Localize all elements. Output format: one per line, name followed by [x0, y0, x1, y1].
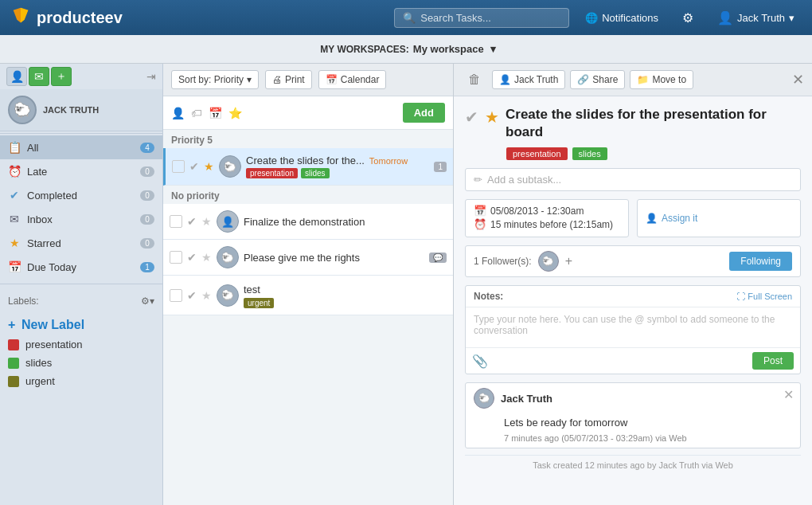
- workspace-prefix: MY WORKSPACES:: [320, 44, 409, 55]
- detail-panel: 🗑 👤 Jack Truth 🔗 Share 📁 Move to ✕ ✔ ★ C…: [454, 64, 812, 505]
- task-item[interactable]: ✔ ★ 🐑 Create the slides for the... Tomor…: [163, 148, 453, 186]
- label-presentation[interactable]: presentation: [0, 335, 162, 354]
- main-layout: 👤 ✉ ＋ ⇥ 🐑 JACK TRUTH 📋 All 4 ⏰ Late 0 ✔ …: [0, 64, 812, 505]
- settings-button[interactable]: ⚙: [674, 7, 701, 29]
- delete-button[interactable]: 🗑: [462, 69, 487, 90]
- add-task-button[interactable]: Add: [403, 103, 445, 123]
- assign-button[interactable]: 👤 Assign it: [637, 199, 801, 237]
- task-complete-icon[interactable]: ✔: [187, 289, 197, 302]
- assign-person-icon[interactable]: 👤: [171, 107, 185, 119]
- completed-badge: 0: [140, 190, 154, 201]
- move-icon: 📁: [637, 74, 649, 85]
- fullscreen-button[interactable]: ⛶ Full Screen: [736, 292, 792, 301]
- task-checkbox[interactable]: [170, 289, 182, 302]
- task-complete-icon[interactable]: ✔: [189, 160, 199, 173]
- attach-icon[interactable]: 📎: [472, 354, 488, 369]
- sort-button[interactable]: Sort by: Priority ▾: [171, 70, 259, 89]
- sidebar-item-starred[interactable]: ★ Starred 0: [0, 231, 162, 255]
- share-button[interactable]: 🔗 Share: [570, 70, 625, 89]
- late-badge: 0: [140, 166, 154, 177]
- priority-section-label: Priority 5: [163, 130, 453, 148]
- assign-icon: 👤: [646, 213, 658, 224]
- logo-icon: [10, 6, 32, 29]
- followers-label: 1 Follower(s):: [474, 256, 532, 267]
- search-placeholder: Search Tasks...: [420, 12, 491, 24]
- task-info: Please give me the rights: [244, 250, 424, 264]
- add-task-icons: 👤 🏷 📅 ⭐: [171, 107, 242, 119]
- sort-dropdown-icon: ▾: [247, 74, 252, 85]
- notifications-button[interactable]: 🌐 Notifications: [577, 9, 666, 27]
- task-info: Finalize the demonstration: [244, 214, 447, 229]
- task-tags: presentation slides: [246, 168, 429, 178]
- assignee-button[interactable]: 👤 Jack Truth: [492, 70, 565, 89]
- task-toolbar: Sort by: Priority ▾ 🖨 Print 📅 Calendar: [163, 64, 453, 96]
- detail-tag-presentation: presentation: [506, 147, 568, 160]
- fullscreen-icon: ⛶: [736, 292, 745, 301]
- notes-input: Type your note here. You can use the @ s…: [466, 307, 800, 347]
- task-star-icon[interactable]: ★: [201, 289, 212, 302]
- move-to-button[interactable]: 📁 Move to: [630, 70, 693, 89]
- app-name: producteev: [37, 9, 123, 27]
- sidebar-item-all[interactable]: 📋 All 4: [0, 135, 162, 159]
- workspace-selector[interactable]: My workspace ▾: [409, 43, 496, 55]
- label-slides[interactable]: slides: [0, 354, 162, 372]
- task-checkbox[interactable]: [172, 160, 185, 173]
- task-star-icon[interactable]: ★: [204, 160, 214, 173]
- datetime-value: 05/08/2013 - 12:30am: [490, 206, 584, 217]
- sidebar-item-late[interactable]: ⏰ Late 0: [0, 159, 162, 183]
- task-complete-check[interactable]: ✔: [465, 108, 478, 127]
- post-button[interactable]: Post: [752, 352, 794, 370]
- labels-settings-icon[interactable]: ⚙▾: [141, 296, 154, 307]
- sidebar-icon-email[interactable]: ✉: [29, 67, 49, 86]
- task-star-icon[interactable]: ★: [201, 251, 212, 264]
- note-text-input[interactable]: [494, 355, 746, 366]
- workspace-bar: MY WORKSPACES: My workspace ▾: [0, 35, 812, 64]
- sidebar-item-due-today[interactable]: 📅 Due Today 1: [0, 255, 162, 279]
- label-urgent[interactable]: urgent: [0, 372, 162, 390]
- user-avatar-icon: 👤: [717, 10, 733, 25]
- task-complete-icon[interactable]: ✔: [187, 251, 197, 264]
- task-star-icon[interactable]: ★: [201, 215, 212, 228]
- tag-icon[interactable]: 🏷: [191, 107, 202, 119]
- sidebar-item-inbox[interactable]: ✉ Inbox 0: [0, 207, 162, 231]
- user-menu-button[interactable]: 👤 Jack Truth ▾: [709, 7, 802, 29]
- starred-badge: 0: [140, 238, 154, 249]
- task-main-title: Create the slides for the presentation f…: [506, 106, 801, 141]
- sidebar-collapse-icon[interactable]: ⇥: [146, 70, 156, 83]
- sidebar-icon-person[interactable]: 👤: [6, 67, 27, 86]
- task-labels-row: presentation slides: [506, 147, 801, 160]
- priority-icon[interactable]: ⭐: [228, 107, 242, 119]
- due-today-icon: 📅: [8, 260, 21, 273]
- task-item[interactable]: ✔ ★ 🐑 test urgent: [163, 276, 453, 315]
- alarm-icon: ⏰: [474, 218, 486, 230]
- datetime-box[interactable]: 📅 05/08/2013 - 12:30am ⏰ 15 minutes befo…: [465, 199, 629, 237]
- sidebar: 👤 ✉ ＋ ⇥ 🐑 JACK TRUTH 📋 All 4 ⏰ Late 0 ✔ …: [0, 64, 163, 505]
- search-bar[interactable]: 🔍 Search Tasks...: [394, 8, 569, 28]
- print-button[interactable]: 🖨 Print: [265, 70, 312, 89]
- task-item[interactable]: ✔ ★ 🐑 Please give me the rights 💬: [163, 240, 453, 276]
- task-item[interactable]: ✔ ★ 👤 Finalize the demonstration: [163, 204, 453, 240]
- comment-close-button[interactable]: ✕: [783, 387, 794, 402]
- subtask-input[interactable]: ✏ Add a subtask...: [465, 168, 801, 191]
- calendar-button[interactable]: 📅 Calendar: [318, 70, 387, 89]
- task-checkbox[interactable]: [170, 215, 182, 228]
- task-tags: urgent: [244, 298, 447, 308]
- svg-marker-1: [21, 8, 28, 23]
- notes-section: Notes: ⛶ Full Screen Type your note here…: [465, 285, 801, 374]
- add-follower-button[interactable]: +: [565, 254, 572, 268]
- globe-icon: 🌐: [585, 12, 598, 24]
- sidebar-icon-add[interactable]: ＋: [51, 67, 72, 86]
- task-complete-icon[interactable]: ✔: [187, 215, 197, 228]
- inbox-icon: ✉: [8, 213, 21, 225]
- sidebar-icon-row: 👤 ✉ ＋ ⇥: [0, 64, 162, 89]
- tag-presentation: presentation: [246, 168, 298, 178]
- following-button[interactable]: Following: [729, 252, 792, 271]
- sidebar-item-completed[interactable]: ✔ Completed 0: [0, 183, 162, 207]
- add-task-input[interactable]: [247, 107, 398, 119]
- close-detail-button[interactable]: ✕: [792, 71, 804, 88]
- due-date-icon[interactable]: 📅: [209, 107, 222, 119]
- task-star-detail[interactable]: ★: [485, 108, 499, 127]
- comment-time: 7 minutes ago (05/07/2013 - 03:29am) via…: [466, 433, 800, 448]
- new-label-button[interactable]: + New Label: [0, 315, 162, 335]
- task-checkbox[interactable]: [170, 251, 182, 264]
